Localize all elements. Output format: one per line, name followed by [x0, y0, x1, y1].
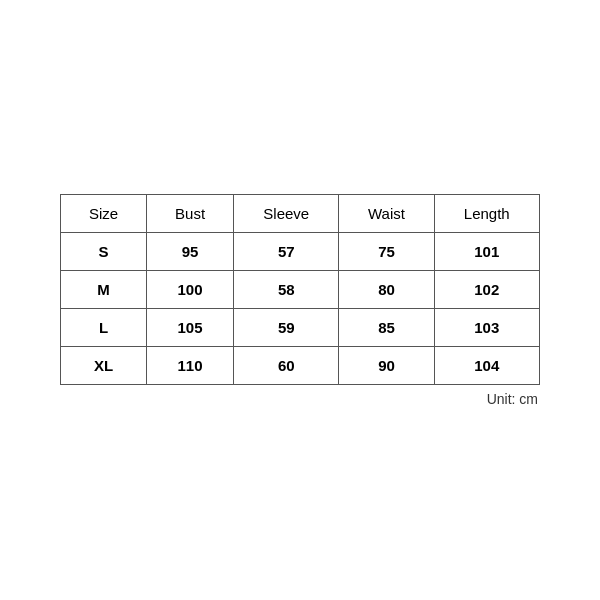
col-header-waist: Waist: [339, 194, 434, 232]
cell-r2-c3: 85: [339, 308, 434, 346]
table-row: XL1106090104: [61, 346, 540, 384]
cell-r1-c4: 102: [434, 270, 539, 308]
cell-r2-c1: 105: [147, 308, 234, 346]
cell-r0-c0: S: [61, 232, 147, 270]
cell-r1-c2: 58: [234, 270, 339, 308]
cell-r3-c1: 110: [147, 346, 234, 384]
col-header-sleeve: Sleeve: [234, 194, 339, 232]
table-header-row: Size Bust Sleeve Waist Length: [61, 194, 540, 232]
cell-r3-c3: 90: [339, 346, 434, 384]
cell-r2-c2: 59: [234, 308, 339, 346]
table-row: S955775101: [61, 232, 540, 270]
unit-label: Unit: cm: [487, 391, 540, 407]
cell-r0-c4: 101: [434, 232, 539, 270]
cell-r2-c4: 103: [434, 308, 539, 346]
cell-r1-c0: M: [61, 270, 147, 308]
size-chart-table: Size Bust Sleeve Waist Length S955775101…: [60, 194, 540, 385]
col-header-size: Size: [61, 194, 147, 232]
cell-r1-c1: 100: [147, 270, 234, 308]
cell-r3-c2: 60: [234, 346, 339, 384]
col-header-bust: Bust: [147, 194, 234, 232]
cell-r2-c0: L: [61, 308, 147, 346]
col-header-length: Length: [434, 194, 539, 232]
cell-r3-c4: 104: [434, 346, 539, 384]
table-row: L1055985103: [61, 308, 540, 346]
cell-r0-c3: 75: [339, 232, 434, 270]
cell-r3-c0: XL: [61, 346, 147, 384]
cell-r0-c1: 95: [147, 232, 234, 270]
table-row: M1005880102: [61, 270, 540, 308]
table-wrapper: Size Bust Sleeve Waist Length S955775101…: [60, 194, 540, 407]
cell-r0-c2: 57: [234, 232, 339, 270]
cell-r1-c3: 80: [339, 270, 434, 308]
page-container: Size Bust Sleeve Waist Length S955775101…: [0, 0, 600, 600]
